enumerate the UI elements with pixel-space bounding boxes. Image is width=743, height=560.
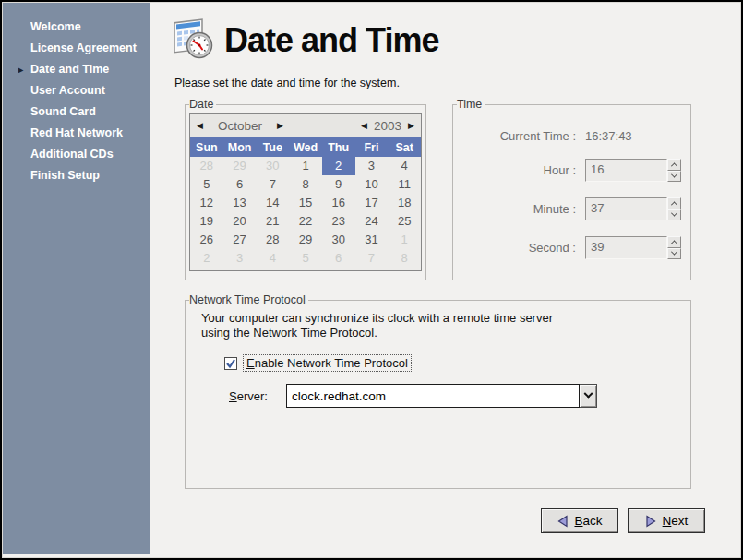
spin-down-button[interactable] (667, 171, 681, 183)
back-button[interactable]: Back (541, 508, 618, 533)
current-time-label: Current Time : (461, 129, 576, 143)
calendar-day[interactable]: 5 (190, 175, 223, 194)
calendar-day[interactable]: 24 (355, 212, 389, 231)
calendar-day[interactable]: 19 (190, 212, 223, 231)
sidebar-item-label: Welcome (30, 20, 81, 33)
calendar-day[interactable]: 25 (388, 212, 421, 231)
calendar-day[interactable]: 13 (223, 194, 257, 212)
sidebar-item-label: Date and Time (30, 63, 109, 76)
sidebar-item-finish-setup: Finish Setup (3, 165, 150, 186)
spinner-value[interactable]: 39 (585, 236, 667, 259)
calendar-day[interactable]: 20 (223, 212, 257, 231)
next-month-icon[interactable]: ▶ (275, 121, 285, 130)
calendar-day[interactable]: 29 (289, 231, 322, 249)
server-input[interactable] (286, 384, 580, 408)
server-row: Server: (229, 384, 690, 408)
calendar-day[interactable]: 30 (256, 157, 289, 175)
ntp-enable-checkbox[interactable] (224, 357, 237, 370)
second-spinner[interactable]: 39 (585, 236, 681, 259)
calendar-day[interactable]: 12 (190, 194, 223, 212)
calendar-day[interactable]: 3 (355, 157, 389, 175)
ntp-description-line2: using the Network Time Protocol. (201, 326, 377, 340)
spin-up-button[interactable] (667, 159, 681, 171)
calendar-day[interactable]: 10 (355, 175, 389, 194)
wizard-footer: Back Next (541, 508, 705, 533)
calendar-day[interactable]: 17 (355, 194, 389, 212)
ntp-description: Your computer can synchronize its clock … (201, 311, 690, 340)
calendar-day-selected[interactable]: 2 (322, 157, 355, 175)
ntp-enable-mnemonic: E (246, 356, 255, 370)
ntp-section: Network Time Protocol Your computer can … (185, 293, 691, 489)
sidebar-item-label: License Agreement (30, 42, 137, 54)
calendar-day-grid: 2829301234567891011121314151617181920212… (190, 157, 421, 270)
current-time-row: Current Time : 16:37:43 (461, 129, 681, 143)
calendar-day[interactable]: 1 (289, 157, 322, 175)
calendar-weekday-row: SunMonTueWedThuFriSat (190, 137, 421, 157)
calendar-day[interactable]: 9 (322, 175, 355, 194)
setup-wizard-window: WelcomeLicense Agreement▸Date and TimeUs… (0, 0, 743, 560)
next-arrow-icon (645, 515, 657, 528)
calendar-day[interactable]: 7 (355, 249, 389, 268)
calendar-day[interactable]: 1 (388, 231, 421, 249)
server-label-mnemonic: S (229, 389, 237, 403)
time-body: Current Time : 16:37:43 Hour :16Minute :… (453, 111, 690, 259)
ntp-description-line1: Your computer can synchronize its clock … (201, 311, 553, 325)
prev-year-icon[interactable]: ◀ (359, 121, 369, 130)
prev-month-icon[interactable]: ◀ (195, 121, 205, 130)
calendar-day[interactable]: 16 (322, 194, 355, 212)
calendar-day[interactable]: 15 (289, 194, 322, 212)
time-legend: Time (457, 98, 485, 111)
calendar-day[interactable]: 23 (322, 212, 355, 231)
calendar-day[interactable]: 7 (256, 175, 289, 194)
next-mnemonic: N (663, 514, 672, 528)
calendar-month-label: October (218, 119, 262, 133)
calendar-day[interactable]: 2 (190, 249, 223, 268)
minute-spinner[interactable]: 37 (585, 197, 681, 220)
spinner-value[interactable]: 37 (585, 197, 667, 220)
calendar-day[interactable]: 6 (223, 175, 257, 194)
chevron-down-icon (671, 210, 677, 217)
calendar-day[interactable]: 30 (322, 231, 355, 249)
calendar-day[interactable]: 4 (388, 157, 421, 175)
calendar-day[interactable]: 14 (256, 194, 289, 212)
date-section: Date ◀ October ▶ ◀ 2003 ▶ SunMonTueWedTh… (185, 98, 426, 280)
weekday-label-tue: Tue (256, 141, 289, 154)
hour-row: Hour :16 (461, 159, 681, 182)
back-mnemonic: B (574, 514, 582, 528)
calendar-day[interactable]: 31 (355, 231, 389, 249)
spin-up-button[interactable] (667, 236, 681, 248)
calendar-day[interactable]: 6 (322, 249, 355, 268)
spin-down-button[interactable] (667, 209, 681, 221)
server-combobox (286, 384, 597, 408)
calendar-day[interactable]: 22 (289, 212, 322, 231)
sidebar-item-label: Red Hat Network (30, 126, 123, 139)
calendar-header: ◀ October ▶ ◀ 2003 ▶ (190, 114, 421, 137)
calendar-day[interactable]: 5 (289, 249, 322, 268)
spin-down-button[interactable] (667, 248, 681, 260)
calendar-day[interactable]: 27 (223, 231, 257, 249)
calendar-day[interactable]: 3 (223, 249, 257, 268)
calendar-day[interactable]: 8 (388, 249, 421, 268)
chevron-up-icon (671, 201, 677, 208)
calendar-day[interactable]: 8 (289, 175, 322, 194)
calendar-day[interactable]: 21 (256, 212, 289, 231)
active-step-arrow-icon: ▸ (18, 59, 23, 80)
spin-up-button[interactable] (667, 197, 681, 209)
spinner-value[interactable]: 16 (585, 159, 667, 182)
second-label: Second : (461, 241, 576, 255)
ntp-enable-label[interactable]: Enable Network Time Protocol (243, 354, 412, 372)
calendar-day[interactable]: 18 (388, 194, 421, 212)
chevron-up-icon (671, 240, 677, 246)
calendar-day[interactable]: 28 (190, 157, 223, 175)
next-button[interactable]: Next (628, 508, 705, 533)
server-dropdown-button[interactable] (580, 384, 597, 408)
calendar-day[interactable]: 11 (388, 175, 421, 194)
calendar-day[interactable]: 29 (223, 157, 257, 175)
chevron-down-icon (583, 388, 593, 398)
calendar-day[interactable]: 26 (190, 231, 223, 249)
calendar-day[interactable]: 4 (256, 249, 289, 268)
hour-spinner[interactable]: 16 (585, 159, 681, 182)
next-year-icon[interactable]: ▶ (406, 121, 416, 130)
calendar-day[interactable]: 28 (256, 231, 289, 249)
checkmark-icon (225, 358, 236, 369)
